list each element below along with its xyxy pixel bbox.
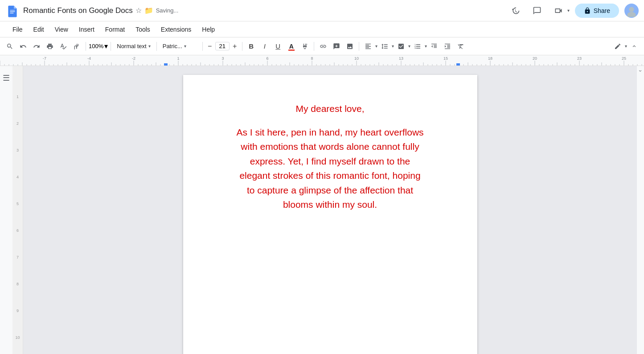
insert-image-button[interactable] xyxy=(344,40,356,53)
clear-formatting-icon xyxy=(457,43,464,50)
zoom-value: 100% xyxy=(89,43,103,49)
outline-icon[interactable]: ☰ xyxy=(1,71,12,85)
folder-icon[interactable]: 📁 xyxy=(144,6,153,15)
ruler-mark-7: 7 xyxy=(16,255,19,259)
divider-3 xyxy=(156,42,157,51)
menu-tools[interactable]: Tools xyxy=(130,24,156,35)
print-icon xyxy=(46,43,53,50)
menu-edit[interactable]: Edit xyxy=(28,24,49,35)
redo-button[interactable] xyxy=(30,40,43,53)
line-spacing-dropdown-arrow[interactable]: ▾ xyxy=(392,44,394,49)
highlight-color-button[interactable] xyxy=(299,40,311,53)
font-color-label: A xyxy=(289,43,294,50)
font-dropdown-arrow: ▾ xyxy=(184,44,186,49)
redo-icon xyxy=(33,43,40,50)
divider-6 xyxy=(314,42,314,51)
left-sidebar: ☰ xyxy=(0,66,12,354)
line-spacing-icon xyxy=(381,43,388,50)
checklist-icon xyxy=(398,43,405,50)
checklist-dropdown-arrow[interactable]: ▾ xyxy=(408,44,410,49)
doc-area[interactable]: My dearest love, As I sit here, pen in h… xyxy=(23,66,637,354)
menu-help[interactable]: Help xyxy=(197,24,220,35)
edit-mode-icon xyxy=(614,43,621,50)
font-name-value: Patric... xyxy=(163,43,182,49)
spellcheck-icon xyxy=(60,43,67,50)
decrease-indent-icon xyxy=(431,43,438,50)
print-button[interactable] xyxy=(44,40,56,53)
highlight-icon xyxy=(301,43,308,50)
paragraph-style-dropdown[interactable]: Normal text ▾ xyxy=(114,40,153,53)
menu-view[interactable]: View xyxy=(49,24,74,35)
ruler-mark-5: 5 xyxy=(16,202,19,206)
font-color-button[interactable]: A xyxy=(285,40,298,53)
video-button-wrapper: ▾ xyxy=(550,3,570,19)
ruler-mark-2: 2 xyxy=(16,121,19,126)
main-area: ☰ 1 2 3 4 5 6 7 8 9 10 11 My dearest lov… xyxy=(0,66,644,354)
star-icon[interactable]: ☆ xyxy=(135,6,142,15)
menu-extensions[interactable]: Extensions xyxy=(156,24,197,35)
share-button[interactable]: Share xyxy=(575,4,619,18)
share-label: Share xyxy=(594,7,610,14)
insert-link-button[interactable] xyxy=(317,40,329,53)
title-bar: Romantic Fonts on Google Docs ☆ 📁 Saving… xyxy=(0,0,644,21)
menu-bar: File Edit View Insert Format Tools Exten… xyxy=(0,21,644,37)
align-icon xyxy=(365,43,372,50)
decrease-indent-button[interactable] xyxy=(428,40,440,53)
font-size-input[interactable]: 21 xyxy=(215,42,230,50)
video-chevron-icon[interactable]: ▾ xyxy=(567,8,570,13)
spellcheck-button[interactable] xyxy=(57,40,70,53)
zoom-control[interactable]: 100% ▾ xyxy=(89,42,108,50)
font-size-control: − 21 + xyxy=(205,40,239,53)
numbered-list-button[interactable] xyxy=(411,40,424,53)
ruler-mark-1: 1 xyxy=(16,95,19,99)
undo-button[interactable] xyxy=(17,40,29,53)
collapse-sidebar-button[interactable] xyxy=(628,40,640,53)
ruler-content xyxy=(0,55,644,66)
font-size-decrease-button[interactable]: − xyxy=(205,40,214,53)
history-button[interactable] xyxy=(508,3,524,19)
doc-content[interactable]: My dearest love, As I sit here, pen in h… xyxy=(219,102,442,212)
increase-indent-icon xyxy=(444,43,451,50)
underline-button[interactable]: U xyxy=(272,40,284,53)
search-icon xyxy=(6,43,13,50)
svg-rect-2 xyxy=(10,11,15,12)
paragraph-style-value: Normal text xyxy=(117,43,146,49)
divider-2 xyxy=(111,42,111,51)
user-avatar[interactable] xyxy=(624,4,639,18)
search-button[interactable] xyxy=(4,40,16,53)
title-right: ▾ Share xyxy=(508,3,639,19)
text-align-button[interactable] xyxy=(362,40,374,53)
saving-text: Saving... xyxy=(156,7,179,14)
expand-sidebar-button[interactable]: › xyxy=(637,70,644,72)
paint-format-button[interactable] xyxy=(70,40,83,53)
doc-title[interactable]: Romantic Fonts on Google Docs xyxy=(23,6,133,15)
add-comment-button[interactable] xyxy=(330,40,343,53)
editing-mode-dropdown-arrow[interactable]: ▾ xyxy=(625,44,627,49)
line-spacing-button[interactable] xyxy=(378,40,391,53)
checklist-button[interactable] xyxy=(395,40,407,53)
ruler-mark-8: 8 xyxy=(16,282,19,286)
lock-icon xyxy=(584,7,591,14)
italic-button[interactable]: I xyxy=(258,40,271,53)
comment-button[interactable] xyxy=(529,3,545,19)
svg-point-4 xyxy=(629,7,634,12)
menu-file[interactable]: File xyxy=(7,24,28,35)
editing-mode-button[interactable] xyxy=(611,40,624,53)
collapse-icon xyxy=(631,43,637,49)
align-dropdown-arrow[interactable]: ▾ xyxy=(375,44,377,49)
font-color-bar xyxy=(288,49,295,51)
numbered-list-dropdown-arrow[interactable]: ▾ xyxy=(425,44,427,49)
menu-format[interactable]: Format xyxy=(100,24,130,35)
menu-insert[interactable]: Insert xyxy=(74,24,100,35)
line-body: As I sit here, pen in hand, my heart ove… xyxy=(219,125,442,212)
bold-button[interactable]: B xyxy=(245,40,258,53)
clear-formatting-button[interactable] xyxy=(455,40,467,53)
video-icon xyxy=(554,6,563,15)
font-size-increase-button[interactable]: + xyxy=(230,40,239,53)
google-docs-icon xyxy=(5,4,20,18)
increase-indent-button[interactable] xyxy=(441,40,454,53)
right-sidebar: › xyxy=(637,66,644,354)
video-call-button[interactable] xyxy=(550,3,566,19)
ruler xyxy=(0,55,644,66)
font-name-dropdown[interactable]: Patric... ▾ xyxy=(160,40,200,53)
